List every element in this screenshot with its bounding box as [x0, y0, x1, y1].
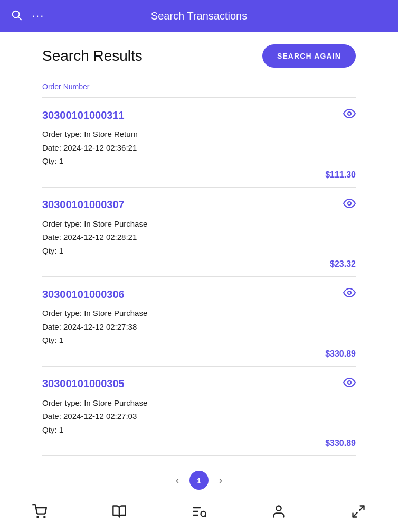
svg-point-5	[348, 381, 351, 384]
bottom-navigation	[0, 490, 398, 532]
order-number-link[interactable]: 30300101000307	[42, 199, 125, 211]
table-row: 30300101000307 Order type: In Store Purc…	[42, 187, 356, 277]
order-amount: $330.89	[325, 349, 356, 359]
order-details: Order type: In Store Purchase Date: 2024…	[42, 396, 356, 437]
table-row: 30300101000306 Order type: In Store Purc…	[42, 276, 356, 366]
view-icon[interactable]	[343, 197, 356, 213]
results-header-row: Search Results SEARCH AGAIN	[42, 44, 356, 68]
order-amount: $111.30	[325, 170, 356, 180]
nav-person[interactable]	[271, 504, 286, 519]
search-again-button[interactable]: SEARCH AGAIN	[262, 44, 356, 68]
order-number-link[interactable]: 30300101000306	[42, 288, 125, 301]
svg-line-12	[205, 516, 206, 518]
svg-point-3	[348, 202, 351, 205]
header-title: Search Transactions	[151, 10, 247, 22]
table-row: 30300101000311 Order type: In Store Retu…	[42, 97, 356, 187]
order-type: Order type: In Store Purchase	[42, 217, 356, 231]
column-header-order-number: Order Number	[42, 82, 356, 93]
svg-line-14	[359, 506, 364, 510]
pagination: ‹ 1 ›	[42, 471, 356, 490]
main-content: Search Results SEARCH AGAIN Order Number…	[0, 32, 398, 532]
nav-expand[interactable]	[351, 504, 366, 519]
svg-point-7	[44, 516, 45, 517]
order-qty: Qty: 1	[42, 423, 356, 437]
prev-page-button[interactable]: ‹	[172, 473, 183, 488]
header-left-icons: ···	[11, 9, 44, 23]
order-number-link[interactable]: 30300101000311	[42, 109, 125, 122]
nav-cart[interactable]	[32, 504, 47, 519]
order-type: Order type: In Store Purchase	[42, 306, 356, 320]
nav-search-list[interactable]	[192, 504, 206, 519]
transactions-list: 30300101000311 Order type: In Store Retu…	[42, 97, 356, 456]
view-icon[interactable]	[343, 376, 356, 392]
next-page-button[interactable]: ›	[215, 473, 226, 488]
svg-point-4	[348, 291, 351, 294]
order-amount: $23.32	[330, 259, 356, 269]
order-date: Date: 2024-12-12 02:36:21	[42, 141, 356, 155]
order-qty: Qty: 1	[42, 154, 356, 168]
order-date: Date: 2024-12-12 02:27:03	[42, 409, 356, 423]
order-qty: Qty: 1	[42, 244, 356, 258]
order-qty: Qty: 1	[42, 333, 356, 347]
results-title: Search Results	[42, 48, 143, 64]
app-header: ··· Search Transactions	[0, 0, 398, 32]
order-date: Date: 2024-12-12 02:27:38	[42, 320, 356, 334]
order-amount: $330.89	[325, 438, 356, 448]
svg-point-13	[276, 506, 281, 510]
svg-line-15	[353, 512, 357, 517]
order-details: Order type: In Store Purchase Date: 2024…	[42, 306, 356, 347]
more-icon[interactable]: ···	[32, 9, 44, 23]
order-type: Order type: In Store Return	[42, 127, 356, 141]
order-details: Order type: In Store Return Date: 2024-1…	[42, 127, 356, 168]
svg-point-6	[37, 516, 39, 517]
svg-point-2	[348, 112, 351, 115]
order-details: Order type: In Store Purchase Date: 2024…	[42, 217, 356, 258]
order-type: Order type: In Store Purchase	[42, 396, 356, 410]
view-icon[interactable]	[343, 107, 356, 123]
table-row: 30300101000305 Order type: In Store Purc…	[42, 366, 356, 456]
order-number-link[interactable]: 30300101000305	[42, 378, 125, 390]
svg-line-1	[18, 17, 21, 20]
current-page[interactable]: 1	[189, 471, 209, 490]
order-date: Date: 2024-12-12 02:28:21	[42, 230, 356, 244]
nav-book[interactable]	[112, 504, 127, 519]
search-icon[interactable]	[11, 9, 22, 23]
view-icon[interactable]	[343, 286, 356, 302]
